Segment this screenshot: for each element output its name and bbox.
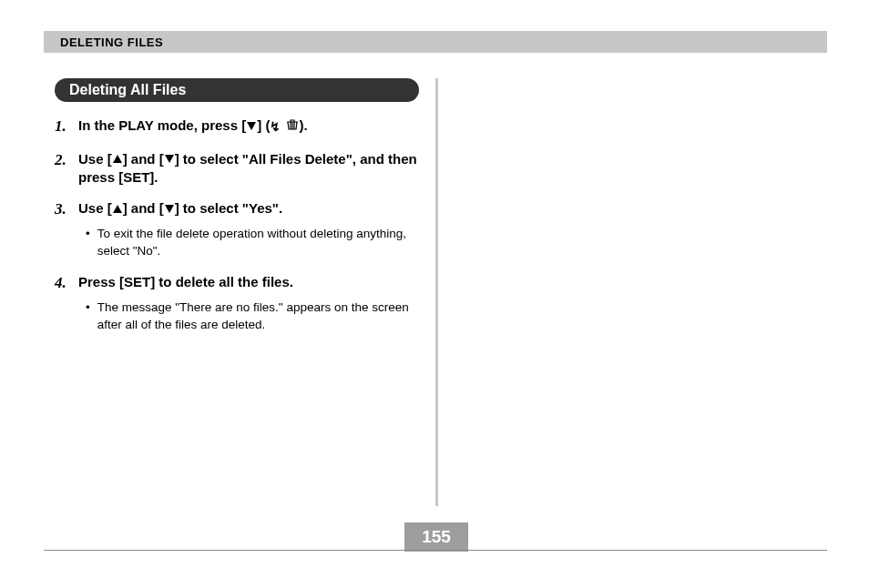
text-fragment: ] and [ [123,151,164,167]
page-number: 155 [422,527,451,547]
text-fragment: ). [300,117,308,133]
header-bar: DELETING FILES [44,31,827,53]
bullet-text: To exit the file delete operation withou… [97,226,419,260]
step-4-head: 4. Press [SET] to delete all the files. [55,273,419,294]
flash-icon: ↯ [270,118,281,136]
header-title: DELETING FILES [60,35,163,49]
step-3-bullet: • To exit the file delete operation with… [86,226,419,260]
triangle-down-icon [247,122,256,130]
step-1-head: 1. In the PLAY mode, press [] (↯ ). [55,117,419,137]
section-title-pill: Deleting All Files [55,78,419,102]
footer-line [44,550,827,551]
triangle-down-icon [165,155,174,163]
triangle-down-icon [165,205,174,213]
triangle-up-icon [113,155,122,163]
step-number: 3. [55,199,73,220]
column-divider [435,78,438,506]
text-fragment: Use [ [78,151,112,167]
step-number: 1. [55,117,73,137]
text-fragment: ] ( [257,117,270,133]
step-4-bullet: • The message "There are no files." appe… [86,299,419,334]
text-fragment: ] to select "Yes". [175,200,282,216]
step-number: 4. [55,273,73,294]
step-3: 3. Use [] and [] to select "Yes". • To e… [55,199,419,260]
step-1-text: In the PLAY mode, press [] (↯ ). [78,117,419,137]
text-fragment: ] and [ [123,200,164,216]
step-1: 1. In the PLAY mode, press [] (↯ ). [55,117,419,137]
trash-icon [286,117,299,135]
bullet-dot: • [86,226,90,260]
step-4: 4. Press [SET] to delete all the files. … [55,273,419,334]
bullet-dot: • [86,299,90,334]
step-4-text: Press [SET] to delete all the files. [78,273,419,291]
bullet-text: The message "There are no files." appear… [97,299,419,334]
step-number: 2. [55,150,73,171]
text-fragment: In the PLAY mode, press [ [78,117,246,133]
page-number-badge: 155 [404,522,468,552]
text-fragment: Use [ [78,200,112,216]
content-area: 1. In the PLAY mode, press [] (↯ ). 2. U… [55,117,419,347]
section-title: Deleting All Files [69,82,186,98]
triangle-up-icon [113,205,122,213]
step-2: 2. Use [] and [] to select "All Files De… [55,150,419,188]
step-3-text: Use [] and [] to select "Yes". [78,199,419,218]
step-3-head: 3. Use [] and [] to select "Yes". [55,199,419,220]
step-2-head: 2. Use [] and [] to select "All Files De… [55,150,419,188]
step-2-text: Use [] and [] to select "All Files Delet… [78,150,419,188]
